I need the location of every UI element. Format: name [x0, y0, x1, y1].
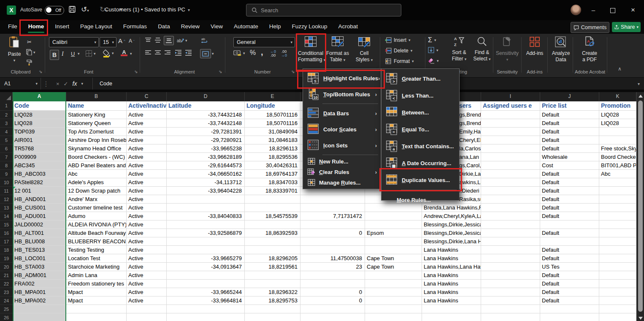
row-header-19[interactable]: 19	[0, 254, 13, 263]
cell-D22[interactable]	[167, 280, 245, 288]
cell-A13[interactable]: HB_CUS001	[13, 204, 66, 212]
cell-E14[interactable]: 18,54575539	[245, 212, 300, 220]
format-painter-icon[interactable]	[26, 59, 32, 65]
font-size-select[interactable]: 15▾	[100, 37, 116, 47]
cell-D9[interactable]: -34,06650162	[167, 170, 245, 178]
row-header-16[interactable]: 16	[0, 229, 13, 237]
cell-A4[interactable]: TOP039	[13, 128, 66, 136]
cell-C23[interactable]: Active	[127, 288, 167, 297]
cell-D4[interactable]: -29,7281391	[167, 128, 245, 136]
autosum-button[interactable]: Σ▾	[428, 36, 436, 44]
cell-E23[interactable]: 18,8296322	[245, 288, 300, 297]
cell-D23[interactable]: -33,9665244	[167, 288, 245, 297]
cell-B23[interactable]: Mpact	[66, 288, 127, 297]
document-title[interactable]: Customers (1) • Saved to this PC▾	[105, 6, 190, 13]
cell-J1[interactable]: Price list	[540, 101, 599, 111]
comma-style-icon[interactable]: ,	[261, 47, 263, 57]
expand-formula-bar-icon[interactable]: ▾	[638, 82, 644, 86]
cell-B6[interactable]: Skynamo Head Office	[66, 144, 127, 153]
cell-E5[interactable]: 31,0846183	[245, 136, 300, 144]
row-header-9[interactable]: 9	[0, 170, 13, 178]
cell-J6[interactable]: Default	[540, 144, 599, 153]
enter-icon[interactable]: ✓	[64, 81, 68, 87]
column-header-E[interactable]: E	[245, 92, 300, 101]
cell-J11[interactable]: Default	[540, 187, 599, 195]
cell-J2[interactable]: Default	[540, 111, 599, 119]
cell-C18[interactable]: Active	[127, 246, 167, 254]
align-left-icon[interactable]	[145, 50, 152, 56]
name-box[interactable]: A1▾	[0, 78, 41, 90]
cell-E2[interactable]: 18,50701116	[245, 111, 300, 119]
cell-J16[interactable]: Default	[540, 229, 599, 237]
tab-file[interactable]: File	[3, 20, 23, 34]
tab-home[interactable]: Home	[23, 20, 50, 34]
cell-I14[interactable]	[481, 212, 540, 220]
cell-G15[interactable]	[365, 220, 422, 229]
cell-A1[interactable]: Code	[13, 101, 66, 111]
cell-E7[interactable]: 18,8295536	[245, 153, 300, 161]
cell-A9[interactable]: HB_ABC003	[13, 170, 66, 178]
cell-J4[interactable]: Default	[540, 128, 599, 136]
cell-I19[interactable]	[481, 254, 540, 263]
cell-G20[interactable]: Cape Town	[365, 263, 422, 271]
cell-J12[interactable]: Default	[540, 195, 599, 204]
cell-D24[interactable]: -33,9664814	[167, 297, 245, 305]
cell-I2[interactable]	[481, 111, 540, 119]
cell-F12[interactable]	[300, 195, 365, 204]
cell-C17[interactable]: Active	[127, 237, 167, 246]
bold-button[interactable]: B	[50, 50, 59, 60]
cell-C25[interactable]	[127, 305, 167, 313]
cell-K26[interactable]	[599, 313, 636, 321]
cell-H18[interactable]: Lana Hawkins	[422, 246, 481, 254]
insert-function-icon[interactable]: fx	[73, 80, 77, 87]
cell-J5[interactable]: Default	[540, 136, 599, 144]
cell-E11[interactable]: 18,83339701	[245, 187, 300, 195]
cell-C19[interactable]: Active	[127, 254, 167, 263]
cell-A11[interactable]: 12 001	[13, 187, 66, 195]
cell-H14[interactable]: Andrew,Cheryl,KyleA,La	[422, 212, 481, 220]
cell-B11[interactable]: 12 Down Scrap patch	[66, 187, 127, 195]
orientation-icon[interactable]: ab ▾	[176, 37, 187, 44]
row-header-18[interactable]: 18	[0, 246, 13, 254]
row-header-5[interactable]: 5	[0, 136, 13, 144]
excel-logo-icon[interactable]: X	[7, 5, 16, 15]
cell-F25[interactable]	[300, 305, 365, 313]
avatar[interactable]	[571, 5, 581, 15]
clear-button[interactable]: ▾	[428, 58, 439, 64]
cell-G16[interactable]: Epsom	[365, 229, 422, 237]
cell-J20[interactable]: US Tes	[540, 263, 599, 271]
menu-item-less-than[interactable]: <Less Than...	[382, 87, 459, 104]
cell-B25[interactable]	[66, 305, 127, 313]
cell-K25[interactable]	[599, 305, 636, 313]
find-select-button[interactable]: Find &Select ▾	[471, 36, 492, 63]
cell-B14[interactable]: Adumo	[66, 212, 127, 220]
cell-E19[interactable]: 18,8296205	[245, 254, 300, 263]
cell-B3[interactable]: Stationery Queen	[66, 119, 127, 128]
cell-C15[interactable]: Active	[127, 220, 167, 229]
cell-J14[interactable]: Default	[540, 212, 599, 220]
row-header-14[interactable]: 14	[0, 212, 13, 220]
align-center-icon[interactable]	[154, 50, 161, 56]
number-format-select[interactable]: General▾	[233, 37, 295, 47]
cell-D13[interactable]	[167, 204, 245, 212]
cell-J25[interactable]	[540, 305, 599, 313]
cell-D10[interactable]: -34,113712	[167, 178, 245, 187]
close-button[interactable]: ×	[624, 0, 642, 20]
cell-G23[interactable]	[365, 288, 422, 297]
cell-I23[interactable]	[481, 288, 540, 297]
cell-A6[interactable]: TR5768	[13, 144, 66, 153]
cell-C1[interactable]: Active/Inactive	[127, 101, 167, 111]
cell-K11[interactable]	[599, 187, 636, 195]
scroll-down-icon[interactable]	[639, 317, 643, 320]
cell-C5[interactable]: Active	[127, 136, 167, 144]
cell-C26[interactable]	[127, 313, 167, 321]
cell-K19[interactable]	[599, 254, 636, 263]
collapse-ribbon-icon[interactable]: ∧	[618, 66, 622, 72]
vertical-scrollbar[interactable]	[636, 92, 644, 321]
cell-K15[interactable]	[599, 220, 636, 229]
cell-G22[interactable]	[365, 280, 422, 288]
cell-I1[interactable]: Assigned users e	[481, 101, 540, 111]
accounting-format-icon[interactable]: ▾	[233, 50, 245, 56]
cell-I9[interactable]	[481, 170, 540, 178]
cell-G26[interactable]	[365, 313, 422, 321]
